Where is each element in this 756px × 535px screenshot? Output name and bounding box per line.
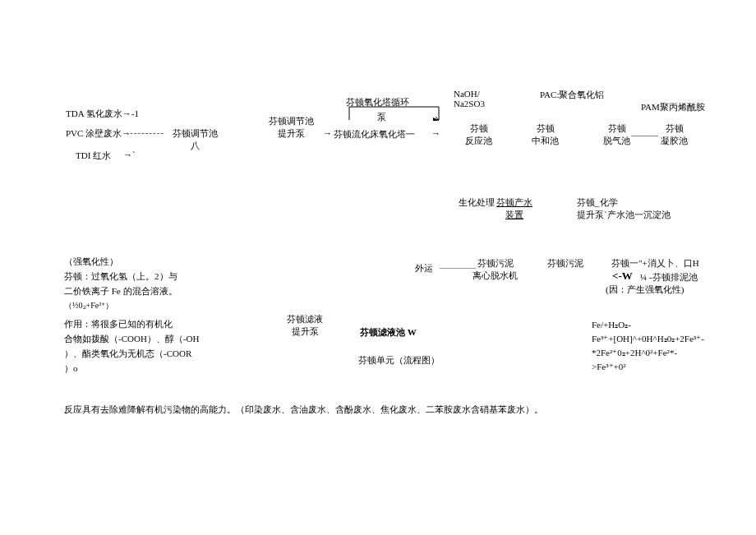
note-l2: 芬顿：过氧化氢（上。2）与 xyxy=(64,270,177,283)
sludge-2: 芬顿污泥 xyxy=(547,257,583,270)
fluid-tower: 芬顿流化床氧化塔一 xyxy=(334,128,415,141)
eq-2: Fe³⁺+[OH]^+0H^H₂0₂+2Fe³⁺- xyxy=(592,334,704,344)
naoh-label: NaOH/ Na2SO3 xyxy=(454,89,485,108)
export-label: 外运 xyxy=(415,262,433,274)
degas-coag-line: ______ xyxy=(631,127,658,136)
eq-4: >Fe³⁺+0² xyxy=(592,362,626,372)
arrow-after-tower: → xyxy=(431,128,440,138)
note-l3: 二价铁离子 Fe 的混合溶液。 xyxy=(64,285,177,297)
sludge-tank: ¼ -芬顿排泥池 xyxy=(640,271,698,284)
note-l7: ）、酯类氧化为无机态（-COOR xyxy=(64,348,191,360)
export-dash: ———— xyxy=(440,262,476,272)
filtrate-lift: 芬顿滤液 提升泵 xyxy=(287,313,323,338)
pvc-dash: --------- xyxy=(130,127,164,137)
tda-input: TDA 氢化废水→-1 xyxy=(66,108,139,120)
slake-label: 芬顿一"+消乂卜、口H xyxy=(611,257,699,270)
reason-label: (因：产生强氧化性) xyxy=(606,284,684,296)
eq-1: Fe/+H₂O₂- xyxy=(592,320,631,330)
arrow-to-tower: → xyxy=(323,128,332,138)
note-l1: （强氧化性） xyxy=(64,256,118,268)
filtrate-tank: 芬顿滤液池 W xyxy=(360,326,417,339)
bio-label: 生化处理 xyxy=(459,196,495,209)
pam-label: PAM聚丙烯酰胺 xyxy=(641,101,705,113)
coag-tank: 芬顿 凝胶池 xyxy=(661,122,688,147)
chem-label: 芬顿_化学 提升泵`产水池一沉淀池 xyxy=(577,196,671,221)
neutral-tank: 芬顿 中和池 xyxy=(532,122,559,147)
react-tank: 芬顿 反应池 xyxy=(465,122,492,147)
pac-label: PAC:聚合氧化铝 xyxy=(540,89,604,101)
adjust-tank-2: 芬顿调节池 提升泵 xyxy=(269,115,314,140)
pump-bracket-icon xyxy=(348,106,440,121)
centrifuge: 芬顿污泥 离心脱水机 xyxy=(472,257,518,282)
fenton-water: 芬顿产水 装置 xyxy=(496,196,532,221)
note-l6: 合物如拨酸（-COOH）、醇（-OH xyxy=(64,333,199,345)
note-l4: （½0₂+Fe²⁺） xyxy=(64,300,113,311)
degas-tank: 芬顿 脱气池 xyxy=(603,122,630,147)
footer-text: 反应具有去除难降解有机污染物的高能力。（印染废水、含油废水、含酚废水、焦化废水、… xyxy=(64,404,543,416)
w-arrow: <-W xyxy=(612,270,633,283)
note-l8: ）o xyxy=(64,362,78,375)
tdi-arrow: →` xyxy=(123,150,136,159)
adjust-tank-1: 芬顿调节池 八 xyxy=(173,127,218,152)
eq-3: *2Fe²⁺0₂+2H^0²+Fe²*- xyxy=(592,348,677,358)
note-l5: 作用：将很多已知的有机化 xyxy=(64,318,173,330)
pvc-input: PVC 涂壁废水→ xyxy=(66,127,131,140)
unit-title: 芬顿单元（流程图） xyxy=(358,354,440,367)
tdi-input: TDI 红水 xyxy=(76,150,111,162)
